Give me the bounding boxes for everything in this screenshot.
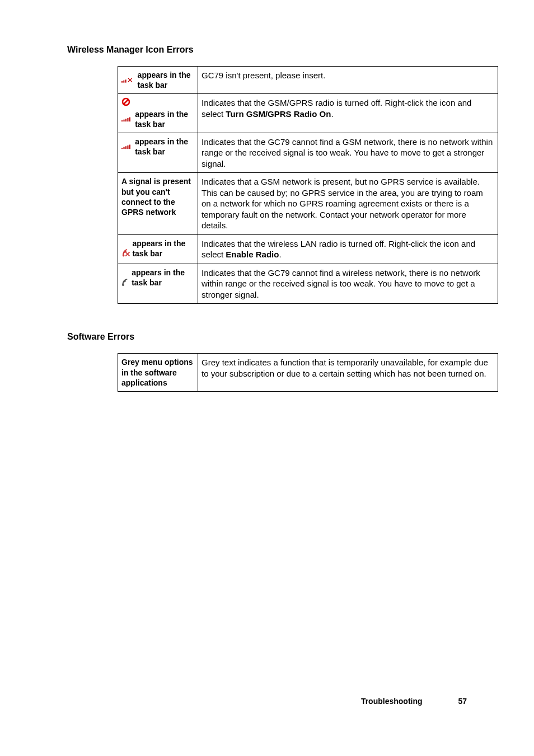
wlan-icon bbox=[121, 276, 130, 288]
svg-rect-7 bbox=[121, 120, 123, 121]
svg-rect-10 bbox=[127, 118, 128, 121]
label-text: appears in the task bar bbox=[132, 238, 194, 259]
desc-text: . bbox=[279, 250, 281, 259]
svg-rect-12 bbox=[121, 148, 123, 149]
no-entry-icon bbox=[121, 97, 130, 106]
software-errors-table: Grey menu options in the software applic… bbox=[118, 353, 498, 392]
svg-rect-13 bbox=[123, 147, 124, 149]
table-row: appears in the task bar Indicates that t… bbox=[118, 94, 498, 133]
signal-bars-icon bbox=[121, 116, 134, 123]
row-label: Grey menu options in the software applic… bbox=[118, 354, 198, 392]
footer-page-number: 57 bbox=[458, 697, 467, 706]
row-desc: Indicates that the GC79 cannot find a wi… bbox=[198, 264, 498, 304]
row-label: appears in the task bar bbox=[118, 133, 198, 173]
page-footer: Troubleshooting 57 bbox=[361, 697, 467, 706]
svg-rect-15 bbox=[127, 145, 128, 149]
row-label: appears in the task bar bbox=[118, 264, 198, 304]
row-desc: Indicates that the GSM/GPRS radio is tur… bbox=[198, 94, 498, 133]
svg-line-6 bbox=[124, 100, 128, 104]
row-label: appears in the task bar bbox=[118, 234, 198, 264]
svg-rect-14 bbox=[125, 146, 127, 149]
row-desc: Indicates that the GC79 cannot find a GS… bbox=[198, 133, 498, 173]
svg-point-17 bbox=[123, 255, 125, 257]
row-label: appears in the task bar bbox=[118, 67, 198, 94]
row-desc: GC79 isn't present, please insert. bbox=[198, 67, 498, 94]
label-text: appears in the task bar bbox=[138, 70, 194, 90]
table-row: appears in the task bar Indicates that t… bbox=[118, 133, 498, 173]
svg-rect-1 bbox=[123, 81, 124, 83]
table-row: Grey menu options in the software applic… bbox=[118, 354, 498, 392]
row-desc: Grey text indicates a function that is t… bbox=[198, 354, 498, 392]
svg-rect-11 bbox=[129, 117, 130, 121]
svg-rect-0 bbox=[121, 81, 123, 83]
row-label: A signal is present but you can't connec… bbox=[118, 173, 198, 235]
desc-bold: Enable Radio bbox=[226, 250, 279, 259]
desc-bold: Turn GSM/GPRS Radio On bbox=[226, 109, 331, 119]
table-row: appears in the task bar Indicates that t… bbox=[118, 264, 498, 304]
svg-rect-9 bbox=[125, 119, 127, 121]
heading-software-errors: Software Errors bbox=[67, 332, 467, 342]
label-text: appears in the task bar bbox=[135, 137, 194, 157]
heading-wireless-errors: Wireless Manager Icon Errors bbox=[67, 45, 467, 55]
row-desc: Indicates that a GSM network is present,… bbox=[198, 173, 498, 235]
svg-rect-2 bbox=[125, 80, 127, 83]
row-label: appears in the task bar bbox=[118, 94, 198, 133]
row-desc: Indicates that the wireless LAN radio is… bbox=[198, 234, 498, 264]
desc-text: . bbox=[331, 109, 333, 119]
signal-x-icon bbox=[121, 76, 137, 84]
svg-rect-8 bbox=[123, 119, 124, 121]
label-text: appears in the task bar bbox=[132, 267, 194, 288]
signal-bars-icon bbox=[121, 143, 134, 150]
label-text: appears in the task bar bbox=[135, 109, 194, 129]
wlan-off-icon bbox=[121, 246, 131, 259]
svg-point-20 bbox=[122, 284, 124, 287]
table-row: appears in the task bar Indicates that t… bbox=[118, 234, 498, 264]
footer-title: Troubleshooting bbox=[361, 697, 423, 706]
table-row: appears in the task bar GC79 isn't prese… bbox=[118, 67, 498, 94]
table-row: A signal is present but you can't connec… bbox=[118, 173, 498, 235]
svg-rect-16 bbox=[129, 145, 130, 149]
wireless-errors-table: appears in the task bar GC79 isn't prese… bbox=[118, 66, 498, 304]
